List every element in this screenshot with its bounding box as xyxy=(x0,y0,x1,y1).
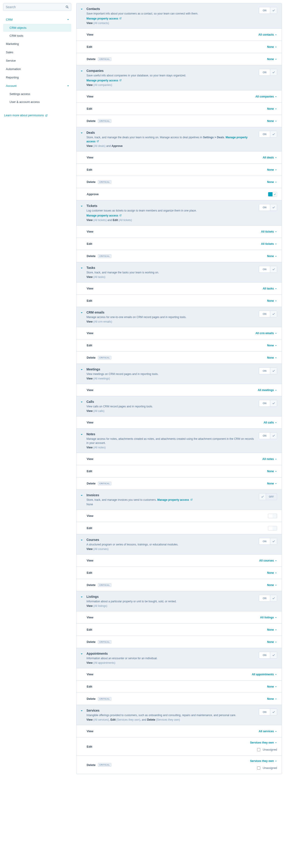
nav-item-service[interactable]: Service xyxy=(3,57,71,65)
panel-toggle-icon[interactable] xyxy=(80,652,83,656)
perm-value-text: None xyxy=(267,482,274,485)
unassigned-checkbox-input[interactable] xyxy=(257,748,260,751)
perm-value-dropdown[interactable]: None xyxy=(267,697,277,701)
perm-value-dropdown[interactable]: None xyxy=(267,641,277,644)
perm-value-dropdown[interactable]: All contacts xyxy=(258,33,277,36)
perm-value-dropdown[interactable]: All services xyxy=(259,730,277,733)
perm-value-dropdown[interactable]: All notes xyxy=(262,458,277,461)
perm-value-dropdown[interactable]: All appointments xyxy=(252,673,277,676)
panel-toggle-icon[interactable] xyxy=(80,433,83,436)
perm-value-dropdown[interactable]: None xyxy=(267,344,277,347)
perm-value-dropdown[interactable]: All deals xyxy=(263,156,277,159)
mini-switch[interactable] xyxy=(268,526,277,530)
panel-toggle-icon[interactable] xyxy=(80,8,83,11)
perm-value-dropdown[interactable]: All meetings xyxy=(258,389,277,392)
nav-item-automation[interactable]: Automation xyxy=(3,65,71,73)
perm-value-dropdown[interactable]: All tickets xyxy=(261,242,277,246)
mini-switch[interactable] xyxy=(268,192,277,196)
chevron-down-icon xyxy=(275,344,277,347)
panel-toggle-icon[interactable] xyxy=(80,368,83,371)
mini-switch[interactable] xyxy=(268,514,277,518)
manage-property-access-link[interactable]: Manage property access xyxy=(157,498,193,501)
unassigned-checkbox-input[interactable] xyxy=(257,767,260,770)
perm-value-dropdown[interactable]: All companies xyxy=(256,95,277,98)
perm-value-dropdown[interactable]: Services they own xyxy=(250,741,277,744)
nav-item-sales[interactable]: Sales xyxy=(3,48,71,57)
nav-sub-user-account-access[interactable]: User & account access xyxy=(3,98,71,106)
panel-switch[interactable]: ON xyxy=(259,652,277,658)
panel-header: CompaniesSave useful info about companie… xyxy=(77,65,282,90)
panel-toggle-icon[interactable] xyxy=(80,595,83,599)
nav-sub-crm-tools[interactable]: CRM tools xyxy=(3,32,71,40)
perm-value-dropdown[interactable]: None xyxy=(267,120,277,123)
panel-toggle-icon[interactable] xyxy=(80,538,83,542)
panel-toggle-icon[interactable] xyxy=(80,131,83,135)
panel-switch[interactable]: ON xyxy=(259,131,277,137)
nav-item-label: Automation xyxy=(6,67,21,71)
panel-switch[interactable]: ON xyxy=(259,432,277,439)
nav-item-crm[interactable]: CRM xyxy=(3,16,71,24)
perm-value-dropdown[interactable]: None xyxy=(267,168,277,172)
search-input[interactable] xyxy=(3,3,71,11)
perm-value-dropdown[interactable]: None xyxy=(267,45,277,49)
perm-value-dropdown[interactable]: None xyxy=(267,58,277,61)
manage-property-access-link[interactable]: Manage property access xyxy=(86,79,122,82)
panel-switch[interactable]: OFF xyxy=(259,493,277,500)
learn-more-link[interactable]: Learn more about permissions xyxy=(3,114,71,117)
panel-switch[interactable]: ON xyxy=(259,266,277,273)
panel-switch[interactable]: ON xyxy=(259,368,277,374)
nav-item-marketing[interactable]: Marketing xyxy=(3,40,71,48)
panel-crmemails: CRM emailsManage access for one-to-one e… xyxy=(77,307,282,364)
panel-toggle-icon[interactable] xyxy=(80,709,83,712)
panel-toggle-icon[interactable] xyxy=(80,311,83,314)
panel-toggle-icon[interactable] xyxy=(80,401,83,404)
perm-value-dropdown[interactable]: None xyxy=(267,181,277,184)
perm-value-dropdown[interactable]: None xyxy=(267,584,277,587)
perm-value-dropdown[interactable]: None xyxy=(267,299,277,302)
panel-toggle-icon[interactable] xyxy=(80,70,83,73)
perm-value-dropdown[interactable]: All courses xyxy=(259,559,277,562)
panel-switch[interactable]: ON xyxy=(259,400,277,407)
chevron-down-icon xyxy=(275,742,277,744)
nav-item-reporting[interactable]: Reporting xyxy=(3,73,71,82)
perm-value-dropdown[interactable]: None xyxy=(267,107,277,111)
perm-value-dropdown[interactable]: None xyxy=(267,482,277,485)
nav-sub-settings-access[interactable]: Settings access xyxy=(3,90,71,98)
panel-switch[interactable]: ON xyxy=(259,709,277,715)
perm-value-dropdown[interactable]: None xyxy=(267,470,277,473)
panel-switch[interactable]: ON xyxy=(259,7,277,14)
panel-switch[interactable]: ON xyxy=(259,538,277,545)
perm-value-dropdown[interactable]: All crm emails xyxy=(256,332,277,335)
perm-value-dropdown[interactable]: All tickets xyxy=(261,230,277,233)
perm-value-dropdown[interactable]: None xyxy=(267,628,277,631)
unassigned-checkbox[interactable]: Unassigned xyxy=(256,747,277,752)
panel-toggle-icon[interactable] xyxy=(80,494,83,497)
unassigned-checkbox[interactable]: Unassigned xyxy=(256,766,277,770)
perm-label: DeleteCRITICAL xyxy=(87,180,111,184)
panel-toggle-icon[interactable] xyxy=(80,267,83,270)
switch-knob xyxy=(259,494,266,500)
panel-head-content: TicketsLog customer issues as tickets to… xyxy=(86,204,256,222)
panel-title: Courses xyxy=(86,538,256,541)
panel-switch[interactable]: ON xyxy=(259,595,277,602)
perm-value-dropdown[interactable]: Services they own xyxy=(250,760,277,763)
perm-row-delete: DeleteCRITICALNone xyxy=(77,579,282,591)
perm-value-dropdown[interactable]: None xyxy=(267,685,277,688)
panel-switch[interactable]: ON xyxy=(259,204,277,211)
perm-value-dropdown[interactable]: None xyxy=(267,571,277,575)
perm-value-dropdown[interactable]: All tasks xyxy=(263,287,277,290)
manage-property-access-link[interactable]: Manage property access xyxy=(86,17,122,20)
panel-summary: View (All notes) xyxy=(86,446,256,449)
perm-value-dropdown[interactable]: None xyxy=(267,255,277,258)
panel-switch[interactable]: ON xyxy=(259,69,277,76)
nav-item-account[interactable]: Account xyxy=(3,82,71,90)
perm-value-dropdown[interactable]: All listings xyxy=(260,616,277,619)
panel-switch[interactable]: ON xyxy=(259,311,277,317)
panel-toggle-icon[interactable] xyxy=(80,205,83,208)
chevron-down-icon xyxy=(275,156,277,159)
chevron-down-icon xyxy=(275,760,277,762)
perm-value-dropdown[interactable]: None xyxy=(267,356,277,359)
perm-value-dropdown[interactable]: All calls xyxy=(264,421,277,424)
nav-sub-crm-objects[interactable]: CRM objects xyxy=(3,24,71,32)
manage-property-access-link[interactable]: Manage property access xyxy=(86,214,122,217)
